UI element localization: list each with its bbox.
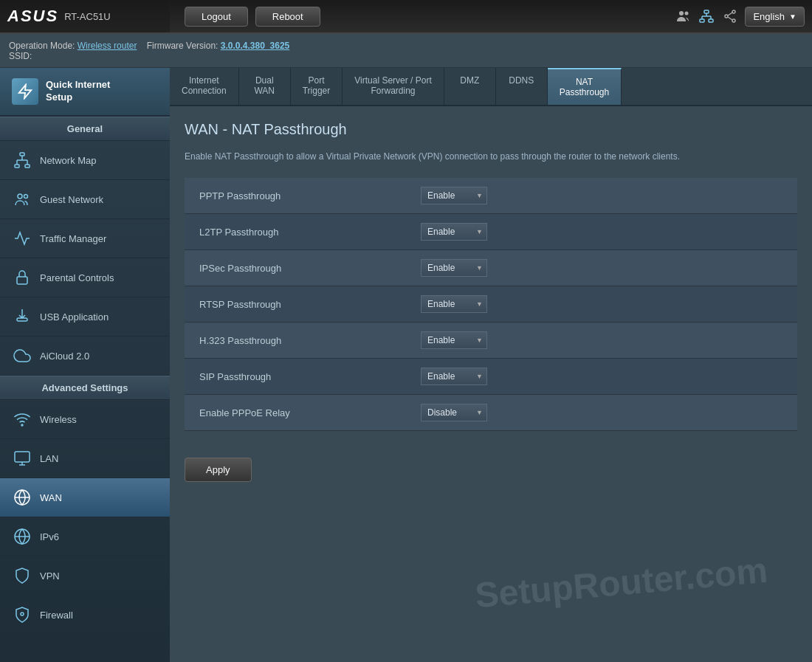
svg-point-22 [18,194,22,199]
chevron-down-icon: ▼ [789,13,796,21]
sidebar-item-traffic-manager[interactable]: Traffic Manager [0,219,170,258]
tab-dual-wan[interactable]: DualWAN [239,68,291,105]
passthrough-select[interactable]: EnableDisable [421,404,487,421]
page-content: WAN - NAT Passthrough Enable NAT Passthr… [170,106,812,497]
lan-label: LAN [40,453,58,464]
passthrough-select[interactable]: EnableDisable [421,259,487,277]
quick-setup-label: Quick InternetSetup [46,79,110,104]
tab-nat-passthrough[interactable]: NATPassthrough [548,68,622,105]
vpn-label: VPN [40,570,60,582]
aicloud-icon [12,345,32,366]
sidebar-item-firewall[interactable]: Firewall [0,596,170,635]
operation-mode-value[interactable]: Wireless router [78,41,137,51]
passthrough-table: PPTP PassthroughEnableDisableL2TP Passth… [185,178,797,431]
quick-internet-setup[interactable]: Quick InternetSetup [0,68,170,117]
passthrough-select[interactable]: EnableDisable [421,331,487,349]
passthrough-select[interactable]: EnableDisable [421,223,487,241]
passthrough-label: RTSP Passthrough [185,286,406,323]
sidebar-item-parental-controls[interactable]: Parental Controls [0,258,170,297]
svg-point-25 [21,424,23,426]
logout-button[interactable]: Logout [185,7,248,27]
sidebar: Quick InternetSetup General Network Map … [0,68,170,662]
info-bar: Operation Mode: Wireless router Firmware… [0,34,812,68]
svg-rect-17 [25,165,30,168]
svg-rect-3 [700,19,704,22]
passthrough-select[interactable]: EnableDisable [421,368,487,385]
sidebar-item-network-map[interactable]: Network Map [0,141,170,180]
svg-rect-15 [20,153,24,156]
sidebar-item-usb-application[interactable]: USB Application [0,297,170,337]
apply-button[interactable]: Apply [185,458,252,482]
reboot-button[interactable]: Reboot [255,7,320,27]
wan-icon [12,487,32,508]
passthrough-value-cell: EnableDisable [406,323,797,359]
operation-mode-label: Operation Mode: [9,41,75,51]
wan-label: WAN [40,492,62,503]
sidebar-item-wan[interactable]: WAN [0,478,170,517]
parental-controls-label: Parental Controls [40,272,114,283]
passthrough-select[interactable]: EnableDisable [421,295,487,313]
network-icon [698,7,715,25]
svg-line-13 [728,17,732,20]
svg-rect-4 [709,19,713,22]
passthrough-value-cell: EnableDisable [406,395,797,431]
passthrough-value-cell: EnableDisable [406,286,797,323]
passthrough-row: IPSec PassthroughEnableDisable [185,250,797,286]
passthrough-row: L2TP PassthroughEnableDisable [185,214,797,250]
tab-internet-connection[interactable]: InternetConnection [170,68,239,105]
network-map-label: Network Map [40,155,97,166]
firmware-value[interactable]: 3.0.0.4.380_3625 [221,41,289,51]
language-selector[interactable]: English ▼ [745,7,805,27]
tabs: InternetConnection DualWAN PortTrigger V… [170,68,812,106]
svg-point-1 [685,12,689,15]
tab-port-trigger[interactable]: PortTrigger [291,68,343,105]
advanced-settings-label: Advanced Settings [0,376,170,400]
passthrough-row: Enable PPPoE RelayEnableDisable [185,395,797,431]
firewall-icon [12,604,32,625]
tab-virtual-server[interactable]: Virtual Server / PortForwarding [343,68,444,105]
svg-point-10 [725,15,728,18]
sidebar-item-lan[interactable]: LAN [0,439,170,478]
passthrough-row: PPTP PassthroughEnableDisable [185,178,797,214]
watermark: SetupRouter.com [473,550,769,616]
passthrough-label: L2TP Passthrough [185,214,406,250]
firmware-label: Firmware Version: [147,41,219,51]
passthrough-label: PPTP Passthrough [185,178,406,214]
passthrough-row: H.323 PassthroughEnableDisable [185,323,797,359]
svg-rect-26 [15,452,30,462]
svg-rect-24 [17,277,27,284]
general-section-label: General [0,117,170,141]
usb-application-label: USB Application [40,311,109,323]
logo-area: ASUS RT-AC51U [0,0,170,32]
tab-ddns[interactable]: DDNS [496,68,548,105]
lang-label: English [753,11,785,22]
select-wrapper: EnableDisable [421,295,487,313]
aicloud-label: AiCloud 2.0 [40,351,89,362]
sidebar-item-vpn[interactable]: VPN [0,556,170,596]
lan-icon [12,448,32,469]
sidebar-item-aicloud[interactable]: AiCloud 2.0 [0,337,170,376]
ipv6-icon [12,526,32,547]
vpn-icon [12,565,32,586]
passthrough-label: SIP Passthrough [185,359,406,395]
sidebar-item-ipv6[interactable]: IPv6 [0,517,170,556]
svg-point-33 [21,613,24,616]
sidebar-item-wireless[interactable]: Wireless [0,400,170,439]
guest-network-icon [12,189,32,210]
svg-rect-2 [704,10,709,13]
passthrough-select[interactable]: EnableDisable [421,187,487,204]
network-map-icon [12,150,32,170]
select-wrapper: EnableDisable [421,259,487,277]
wireless-icon [12,409,32,430]
passthrough-value-cell: EnableDisable [406,250,797,286]
passthrough-value-cell: EnableDisable [406,178,797,214]
svg-point-9 [732,10,735,13]
svg-line-12 [728,13,732,15]
select-wrapper: EnableDisable [421,331,487,349]
tab-dmz[interactable]: DMZ [444,68,496,105]
quick-setup-icon [12,78,38,105]
svg-marker-14 [19,85,32,98]
passthrough-label: H.323 Passthrough [185,323,406,359]
sidebar-item-guest-network[interactable]: Guest Network [0,180,170,219]
passthrough-label: Enable PPPoE Relay [185,395,406,431]
